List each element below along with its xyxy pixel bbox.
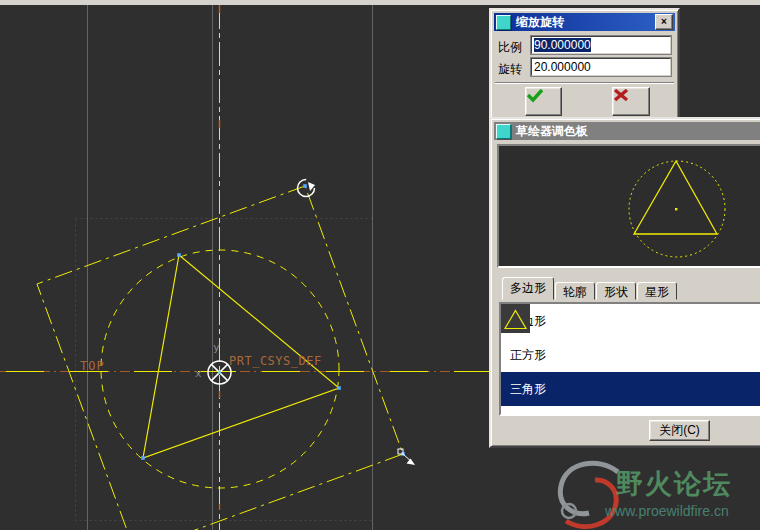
proe-sketcher-screen: TOP PRT_CSYS_DEF x y 野火论坛 www.proewildfi… bbox=[0, 0, 760, 530]
list-item-pentagon[interactable]: 五边形 bbox=[501, 304, 760, 338]
rotate-value: 20.000000 bbox=[534, 60, 591, 74]
list-item-square[interactable]: 正方形 bbox=[501, 338, 760, 372]
datum-plane-outline bbox=[76, 219, 373, 521]
scale-field-label: 比例 bbox=[498, 39, 522, 56]
csys-center-dot bbox=[218, 371, 221, 374]
tab-shape[interactable]: 形状 bbox=[596, 282, 636, 300]
scale-value: 90.000000 bbox=[534, 38, 591, 52]
watermark: 野火论坛 www.proewildfire.cn bbox=[560, 463, 732, 526]
axis-y-label: y bbox=[213, 341, 220, 354]
palette-close-label: 关闭(C) bbox=[659, 422, 700, 439]
dialog-icon bbox=[496, 124, 511, 139]
cancel-button[interactable] bbox=[612, 87, 650, 116]
scale-rotate-title: 缩放旋转 bbox=[516, 14, 564, 31]
scale-rotate-titlebar[interactable]: 缩放旋转 × bbox=[494, 13, 675, 31]
watermark-site-name: 野火论坛 bbox=[616, 469, 732, 499]
watermark-site-url: www.proewildfire.cn bbox=[604, 503, 729, 519]
tab-profile[interactable]: 轮廓 bbox=[555, 282, 595, 300]
axis-x-label: x bbox=[195, 367, 202, 380]
shape-preview-panel bbox=[497, 144, 760, 268]
scale-rotate-dialog: 缩放旋转 × 比例 90.000000 旋转 20.000000 bbox=[489, 8, 680, 120]
top-plane-label[interactable]: TOP bbox=[80, 359, 105, 373]
scale-input[interactable]: 90.000000 bbox=[531, 36, 671, 54]
cancel-x-icon bbox=[613, 88, 629, 102]
list-item-label: 正方形 bbox=[510, 347, 546, 364]
tab-polygon[interactable]: 多边形 bbox=[502, 277, 554, 300]
window-top-edge bbox=[0, 0, 760, 5]
palette-titlebar[interactable]: 草绘器调色板 bbox=[494, 122, 760, 140]
vertex-dots[interactable] bbox=[141, 184, 405, 460]
tab-star[interactable]: 星形 bbox=[637, 282, 677, 300]
scale-handle[interactable] bbox=[398, 449, 415, 465]
dialog-icon bbox=[496, 15, 511, 30]
separator bbox=[495, 82, 674, 84]
rotate-input[interactable]: 20.000000 bbox=[531, 58, 671, 76]
triangle-icon bbox=[501, 304, 530, 333]
list-item-label: 三角形 bbox=[510, 381, 546, 398]
palette-tabs: 多边形 轮廓 形状 星形 bbox=[502, 280, 678, 300]
rotate-field-label: 旋转 bbox=[498, 61, 522, 78]
palette-close-button[interactable]: 关闭(C) bbox=[649, 420, 710, 441]
palette-title: 草绘器调色板 bbox=[516, 123, 588, 140]
sketcher-palette-dialog: 草绘器调色板 多边形 轮廓 形状 星形 五边形 bbox=[489, 117, 760, 448]
close-icon[interactable]: × bbox=[655, 14, 673, 30]
triangle-in-circle-preview-icon bbox=[499, 146, 760, 266]
list-item-triangle[interactable]: 三角形 bbox=[501, 372, 760, 406]
confirm-check-icon bbox=[526, 88, 544, 103]
shape-list: 五边形 正方形 三角形 bbox=[499, 302, 760, 416]
confirm-button[interactable] bbox=[525, 87, 562, 116]
csys-label[interactable]: PRT_CSYS_DEF bbox=[229, 354, 322, 368]
